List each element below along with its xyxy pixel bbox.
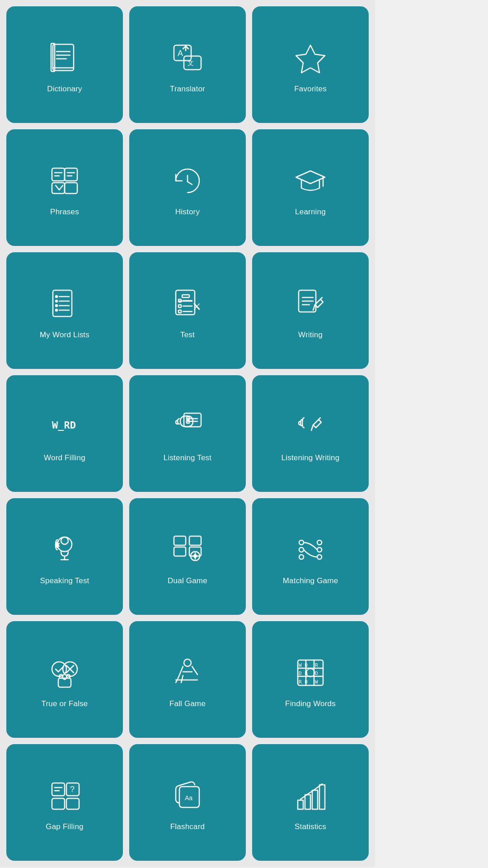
tile-statistics[interactable]: Statistics bbox=[252, 744, 369, 861]
svg-point-32 bbox=[56, 305, 57, 307]
tile-translator[interactable]: A文Translator bbox=[129, 6, 246, 123]
tile-word-filling[interactable]: W_RDWord Filling bbox=[6, 375, 123, 492]
my-word-lists-icon bbox=[44, 283, 85, 324]
tile-writing[interactable]: Writing bbox=[252, 252, 369, 369]
fall-game-label: Fall Game bbox=[169, 699, 206, 708]
word-filling-icon: W_RD bbox=[44, 406, 85, 447]
svg-point-33 bbox=[56, 309, 57, 311]
matching-game-label: Matching Game bbox=[283, 576, 338, 585]
svg-line-50 bbox=[313, 305, 315, 310]
svg-rect-65 bbox=[174, 547, 186, 556]
matching-game-icon bbox=[290, 529, 331, 570]
svg-rect-21 bbox=[53, 290, 72, 316]
tile-phrases[interactable]: Phrases bbox=[6, 129, 123, 246]
svg-point-31 bbox=[56, 300, 57, 302]
svg-text:D: D bbox=[315, 670, 318, 676]
tile-dual-game[interactable]: Dual Game bbox=[129, 498, 246, 615]
svg-point-72 bbox=[299, 540, 304, 545]
writing-label: Writing bbox=[298, 330, 323, 340]
speaking-test-label: Speaking Test bbox=[40, 576, 89, 585]
svg-text:W_RD: W_RD bbox=[52, 420, 76, 431]
word-filling-label: Word Filling bbox=[44, 453, 85, 462]
test-icon bbox=[167, 283, 208, 324]
svg-rect-11 bbox=[52, 168, 65, 181]
tile-dictionary[interactable]: Dictionary bbox=[6, 6, 123, 123]
svg-rect-18 bbox=[65, 183, 77, 193]
tile-test[interactable]: Test bbox=[129, 252, 246, 369]
svg-text:W: W bbox=[315, 679, 318, 685]
svg-line-20 bbox=[188, 182, 192, 184]
svg-rect-109 bbox=[298, 800, 303, 809]
svg-text:?: ? bbox=[70, 785, 75, 794]
tile-finding-words[interactable]: W OD DR ORDWFinding Words bbox=[252, 621, 369, 738]
tile-my-word-lists[interactable]: My Word Lists bbox=[6, 252, 123, 369]
svg-text:R O: R O bbox=[299, 679, 308, 685]
svg-point-30 bbox=[56, 296, 57, 297]
translator-label: Translator bbox=[170, 85, 205, 94]
svg-rect-42 bbox=[178, 310, 181, 313]
tile-speaking-test[interactable]: Speaking Test bbox=[6, 498, 123, 615]
true-or-false-label: True or False bbox=[41, 699, 88, 708]
tile-flashcard[interactable]: AaFlashcard bbox=[129, 744, 246, 861]
svg-rect-66 bbox=[189, 536, 201, 545]
listening-test-label: Listening Test bbox=[164, 453, 211, 462]
gap-filling-icon: ? bbox=[44, 775, 85, 816]
svg-text:A: A bbox=[178, 49, 183, 58]
listening-test-icon bbox=[167, 406, 208, 447]
flashcard-icon: Aa bbox=[167, 775, 208, 816]
dictionary-icon bbox=[44, 38, 85, 78]
speaking-test-icon bbox=[44, 529, 85, 570]
tile-learning[interactable]: Learning bbox=[252, 129, 369, 246]
svg-rect-111 bbox=[312, 790, 318, 809]
my-word-lists-label: My Word Lists bbox=[40, 330, 89, 340]
dual-game-label: Dual Game bbox=[168, 576, 207, 585]
tile-history[interactable]: History bbox=[129, 129, 246, 246]
tile-listening-test[interactable]: Listening Test bbox=[129, 375, 246, 492]
svg-point-76 bbox=[317, 547, 322, 552]
svg-text:文: 文 bbox=[188, 59, 194, 66]
test-label: Test bbox=[180, 330, 195, 340]
flashcard-label: Flashcard bbox=[170, 822, 205, 831]
svg-point-71 bbox=[194, 555, 197, 557]
svg-rect-110 bbox=[305, 795, 310, 809]
tile-true-or-false[interactable]: True or False bbox=[6, 621, 123, 738]
svg-text:R: R bbox=[315, 662, 318, 668]
svg-point-85 bbox=[184, 659, 191, 666]
svg-rect-0 bbox=[53, 44, 74, 71]
main-grid: DictionaryA文TranslatorFavoritesPhrasesHi… bbox=[0, 0, 375, 867]
listening-writing-icon bbox=[290, 406, 331, 447]
learning-label: Learning bbox=[295, 208, 326, 217]
svg-text:Aa: Aa bbox=[185, 794, 192, 802]
svg-rect-35 bbox=[182, 295, 189, 297]
svg-rect-64 bbox=[174, 536, 186, 545]
svg-marker-10 bbox=[296, 45, 325, 73]
svg-point-73 bbox=[299, 547, 304, 552]
statistics-label: Statistics bbox=[295, 822, 326, 831]
true-or-false-icon bbox=[44, 652, 85, 693]
tile-fall-game[interactable]: Fall Game bbox=[129, 621, 246, 738]
tile-matching-game[interactable]: Matching Game bbox=[252, 498, 369, 615]
phrases-label: Phrases bbox=[50, 208, 79, 217]
tile-gap-filling[interactable]: ?Gap Filling bbox=[6, 744, 123, 861]
svg-point-77 bbox=[317, 555, 322, 559]
translator-icon: A文 bbox=[167, 38, 208, 78]
svg-rect-105 bbox=[52, 798, 65, 809]
history-icon bbox=[167, 160, 208, 201]
listening-writing-label: Listening Writing bbox=[282, 453, 340, 462]
svg-line-58 bbox=[311, 425, 313, 430]
svg-rect-40 bbox=[178, 305, 181, 307]
writing-icon bbox=[290, 283, 331, 324]
svg-point-75 bbox=[317, 540, 322, 545]
tile-listening-writing[interactable]: Listening Writing bbox=[252, 375, 369, 492]
svg-point-74 bbox=[299, 555, 304, 559]
svg-text:W O: W O bbox=[299, 662, 308, 668]
svg-rect-14 bbox=[65, 168, 77, 181]
dual-game-icon bbox=[167, 529, 208, 570]
tile-favorites[interactable]: Favorites bbox=[252, 6, 369, 123]
svg-line-59 bbox=[319, 418, 320, 420]
gap-filling-label: Gap Filling bbox=[46, 822, 83, 831]
svg-line-51 bbox=[320, 297, 322, 299]
finding-words-label: Finding Words bbox=[285, 699, 336, 708]
favorites-label: Favorites bbox=[294, 85, 327, 94]
history-label: History bbox=[175, 208, 200, 217]
